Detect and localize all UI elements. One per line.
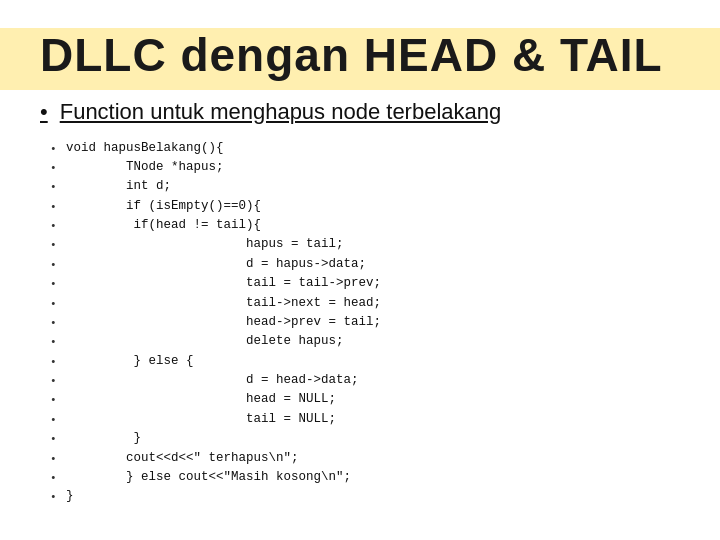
code-text: } else { [66,352,194,371]
slide: DLLC dengan HEAD & TAIL • Function untuk… [0,0,720,540]
code-line: • } else cout<<"Masih kosong\n"; [50,468,680,487]
title-area: DLLC dengan HEAD & TAIL [40,30,680,81]
code-text: head = NULL; [66,390,336,409]
code-line: • } else { [50,352,680,371]
code-line: • } [50,429,680,448]
code-line: • tail = NULL; [50,410,680,429]
code-bullet: • [50,431,58,448]
code-line: • hapus = tail; [50,235,680,254]
code-text: d = head->data; [66,371,359,390]
code-text: tail = NULL; [66,410,336,429]
code-line: • head->prev = tail; [50,313,680,332]
code-text: tail = tail->prev; [66,274,381,293]
code-line: • if (isEmpty()==0){ [50,197,680,216]
code-bullet: • [50,199,58,216]
code-text: tail->next = head; [66,294,381,313]
code-bullet: • [50,373,58,390]
code-text: head->prev = tail; [66,313,381,332]
code-bullet: • [50,354,58,371]
slide-title: DLLC dengan HEAD & TAIL [40,30,680,81]
code-bullet: • [50,412,58,429]
code-bullet: • [50,276,58,293]
subtitle-area: • Function untuk menghapus node terbelak… [40,99,680,125]
code-block: •void hapusBelakang(){• TNode *hapus;• i… [40,139,680,507]
code-text: d = hapus->data; [66,255,366,274]
code-bullet: • [50,296,58,313]
code-bullet: • [50,489,58,506]
code-text: void hapusBelakang(){ [66,139,224,158]
code-line: • TNode *hapus; [50,158,680,177]
code-line: • delete hapus; [50,332,680,351]
code-bullet: • [50,451,58,468]
code-bullet: • [50,334,58,351]
code-bullet: • [50,392,58,409]
code-line: •} [50,487,680,506]
code-text: cout<<d<<" terhapus\n"; [66,449,299,468]
code-text: if (isEmpty()==0){ [66,197,261,216]
code-line: • int d; [50,177,680,196]
code-bullet: • [50,141,58,158]
code-line: • d = head->data; [50,371,680,390]
subtitle: • Function untuk menghapus node terbelak… [40,99,680,125]
code-line: • cout<<d<<" terhapus\n"; [50,449,680,468]
code-bullet: • [50,315,58,332]
code-text: } else cout<<"Masih kosong\n"; [66,468,351,487]
code-bullet: • [50,160,58,177]
code-line: •void hapusBelakang(){ [50,139,680,158]
code-line: • if(head != tail){ [50,216,680,235]
code-bullet: • [50,218,58,235]
code-line: • d = hapus->data; [50,255,680,274]
code-bullet: • [50,257,58,274]
code-text: } [66,487,74,506]
code-bullet: • [50,237,58,254]
code-text: } [66,429,141,448]
code-line: • head = NULL; [50,390,680,409]
code-text: delete hapus; [66,332,344,351]
code-bullet: • [50,470,58,487]
code-text: if(head != tail){ [66,216,261,235]
code-line: • tail = tail->prev; [50,274,680,293]
code-line: • tail->next = head; [50,294,680,313]
code-text: hapus = tail; [66,235,344,254]
code-text: int d; [66,177,171,196]
subtitle-text: Function untuk menghapus node terbelakan… [60,99,502,125]
code-bullet: • [50,179,58,196]
code-text: TNode *hapus; [66,158,224,177]
subtitle-bullet: • [40,99,48,125]
